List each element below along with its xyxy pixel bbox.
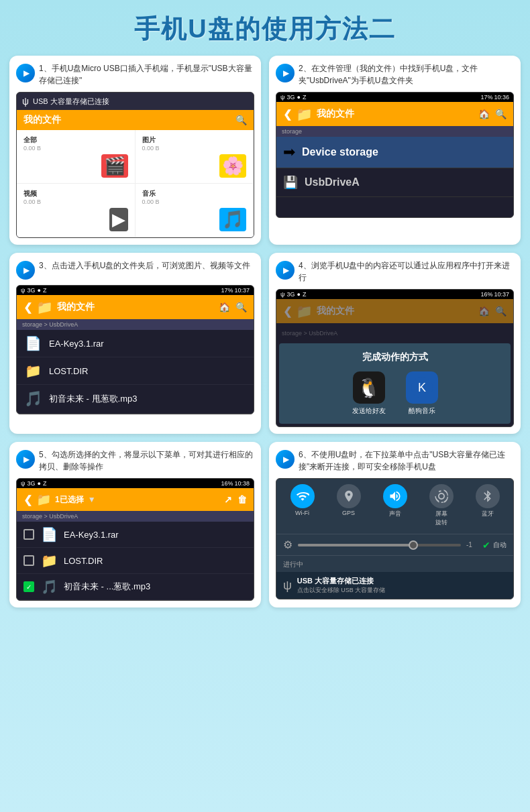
- time-3: 10:37: [234, 287, 250, 294]
- usb-drive-text: UsbDriveA: [305, 176, 360, 188]
- step-4-text: 4、浏览手机U盘中的内容还可以通过从应用程序中打开来进行: [299, 259, 514, 284]
- breadcrumb-2: storage: [276, 126, 513, 137]
- usb-drive-item[interactable]: 💾 UsbDriveA: [276, 168, 513, 197]
- auto-brightness: -1 ✔ 自动: [466, 540, 507, 550]
- step-5-screen: ψ 3G ● Z 16% 10:38 ❮ 📁 1已选择 ▼ ↗: [16, 478, 254, 601]
- qs-rotate[interactable]: 屏幕 旋转: [429, 484, 454, 527]
- checkbox-lostdir[interactable]: [23, 555, 34, 566]
- slider-thumb[interactable]: [409, 540, 418, 550]
- myfiles-cell-video[interactable]: 视频 0.00 B ▶: [17, 184, 136, 237]
- z-s3: Z: [43, 287, 47, 294]
- filelist-toolbar: ❮ 📁 我的文件 🏠 🔍: [17, 295, 254, 319]
- sim-icon: 3G: [286, 94, 295, 101]
- auto-check[interactable]: ✔: [482, 540, 490, 550]
- toolbar-nav-2: ❮ 📁 我的文件: [283, 106, 354, 122]
- gps-icon: [337, 484, 361, 508]
- action-toolbar-dim: ❮ 📁 我的文件 🏠 🔍: [276, 299, 513, 323]
- usb-s3: ψ: [21, 287, 25, 294]
- app-qq[interactable]: 🐧 发送给好友: [352, 371, 386, 416]
- page-title: 手机U盘的使用方法二: [0, 0, 530, 56]
- checkbox-rar[interactable]: [23, 529, 34, 540]
- back-icon-2[interactable]: ❮: [283, 108, 292, 121]
- step-5-arrow: [16, 450, 35, 469]
- status-bar-5: ψ 3G ● Z 16% 10:38: [17, 479, 254, 488]
- qs-wifi[interactable]: Wi-Fi: [290, 484, 315, 527]
- checkbox-mp3[interactable]: ✓: [23, 581, 34, 592]
- step-4-header: 4、浏览手机U盘中的内容还可以通过从应用程序中打开来进行: [276, 259, 514, 284]
- filelist-toolbar-title: 我的文件: [57, 301, 95, 313]
- qs-divider-2: [276, 555, 513, 556]
- usb-s5: ψ: [21, 480, 25, 487]
- app-kugou[interactable]: K 酷狗音乐: [406, 371, 438, 416]
- step-1-header: 1、手机U盘Micro USB口插入手机端，手机显示"USB大容量存储已连接": [16, 62, 254, 86]
- breadcrumb-text-3: storage > UsbDriveA: [22, 321, 78, 328]
- rar-name: EA-Key3.1.rar: [49, 339, 104, 349]
- select-toolbar-title: 1已选择: [55, 494, 84, 506]
- select-item-rar[interactable]: 📄 EA-Key3.1.rar: [17, 522, 254, 548]
- home-icon-3[interactable]: 🏠: [219, 302, 230, 312]
- action-toolbar-title: 我的文件: [317, 305, 354, 317]
- myfiles-cell-music[interactable]: 音乐 0.00 B 🎵: [136, 184, 254, 237]
- rar-icon-5: 📄: [40, 526, 58, 542]
- search-icon-1[interactable]: 🔍: [235, 115, 247, 125]
- myfiles-toolbar-1: 我的文件 🔍: [17, 110, 254, 130]
- cell-music-label: 音乐: [142, 189, 247, 198]
- share-icon[interactable]: ↗: [224, 494, 232, 505]
- search-icon-4: 🔍: [495, 306, 507, 316]
- qs-bluetooth[interactable]: 蓝牙: [476, 484, 500, 527]
- gps-label: GPS: [342, 510, 355, 516]
- status-right-4: 16% 10:37: [480, 291, 509, 298]
- toolbar-icons-4: 🏠 🔍: [478, 306, 507, 316]
- storage-toolbar: ❮ 📁 我的文件 🏠 🔍: [276, 102, 513, 126]
- usb-notif-title: USB 大容量存储已连接: [297, 576, 507, 586]
- slider-fill: [298, 544, 412, 546]
- status-right-3: 17% 10:37: [221, 287, 250, 294]
- delete-icon[interactable]: 🗑: [237, 494, 247, 505]
- action-dialog: 完成动作的方式 🐧 发送给好友 K: [279, 343, 511, 424]
- usb-drive-icon: 💾: [283, 175, 298, 190]
- qs-sound[interactable]: 声音: [383, 484, 407, 527]
- file-item-lostdir[interactable]: 📁 LOST.DIR: [17, 357, 254, 385]
- usb-notif-text: USB 大容量存储已连接 点击以安全移除 USB 大容量存储: [297, 576, 507, 595]
- home-icon-2[interactable]: 🏠: [478, 109, 490, 119]
- back-icon-3[interactable]: ❮: [23, 301, 32, 314]
- svg-text:K: K: [417, 381, 425, 394]
- status-bar-2: ψ 3G ● Z 17% 10:36: [276, 93, 513, 102]
- battery-5: 16%: [221, 480, 233, 487]
- myfiles-cell-pics[interactable]: 图片 0.00 B 🌸: [136, 130, 254, 184]
- file-item-rar[interactable]: 📄 EA-Key3.1.rar: [17, 330, 254, 357]
- dot-s4: ●: [297, 291, 300, 298]
- select-item-lostdir[interactable]: 📁 LOST.DIR: [17, 548, 254, 574]
- cell-video-label: 视频: [23, 189, 128, 198]
- search-icon-3[interactable]: 🔍: [235, 302, 247, 312]
- sound-label: 声音: [389, 510, 401, 518]
- usb-icon: ψ: [22, 96, 29, 107]
- slider-val: -1: [466, 541, 480, 548]
- myfiles-grid: 全部 0.00 B 🎬 图片 0.00 B 🌸 视频: [17, 130, 254, 237]
- back-icon-5[interactable]: ❮: [23, 494, 32, 506]
- folder-icon-4: 📁: [296, 303, 313, 319]
- select-item-mp3[interactable]: ✓ 🎵 初音未来 - ...葱歌.mp3: [17, 574, 254, 600]
- lostdir-icon-5: 📁: [40, 553, 58, 569]
- rotate-icon: [429, 484, 454, 508]
- dot-s5: ●: [37, 480, 40, 487]
- search-icon-2[interactable]: 🔍: [495, 109, 507, 119]
- status-bar-3: ψ 3G ● Z 17% 10:37: [17, 286, 254, 295]
- qs-gps[interactable]: GPS: [337, 484, 361, 527]
- file-item-mp3[interactable]: 🎵 初音未来 - 甩葱歌.mp3: [17, 385, 254, 414]
- step-5-card: 5、勾选所选择的文件，将显示以下菜单，可对其进行相应的拷贝、删除等操作 ψ 3G…: [9, 442, 261, 607]
- step-3-card: 3、点击进入手机U盘的文件夹后，可浏览图片、视频等文件 ψ 3G ● Z 17%…: [9, 253, 261, 434]
- usb-qs-notification[interactable]: ψ USB 大容量存储已连接 点击以安全移除 USB 大容量存储: [276, 572, 513, 599]
- auto-label: 自动: [493, 540, 507, 550]
- step-4-arrow: [276, 261, 295, 280]
- step-1-screen: ψ USB 大容量存储已连接 我的文件 🔍 全部 0.00 B 🎬: [16, 92, 254, 238]
- select-toolbar: ❮ 📁 1已选择 ▼ ↗ 🗑: [17, 488, 254, 511]
- device-storage-item[interactable]: ➡ Device storage: [276, 137, 513, 168]
- sound-icon: [383, 484, 407, 508]
- folder-icon-5: 📁: [36, 492, 51, 507]
- action-dialog-title: 完成动作的方式: [287, 351, 502, 363]
- step-6-header: 6、不使用U盘时，在下拉菜单中点击"USB大容量存储已连接"来断开连接，即可安全…: [276, 449, 514, 473]
- dropdown-icon[interactable]: ▼: [88, 495, 96, 504]
- myfiles-cell-all[interactable]: 全部 0.00 B 🎬: [17, 130, 136, 184]
- brightness-slider[interactable]: [298, 544, 461, 546]
